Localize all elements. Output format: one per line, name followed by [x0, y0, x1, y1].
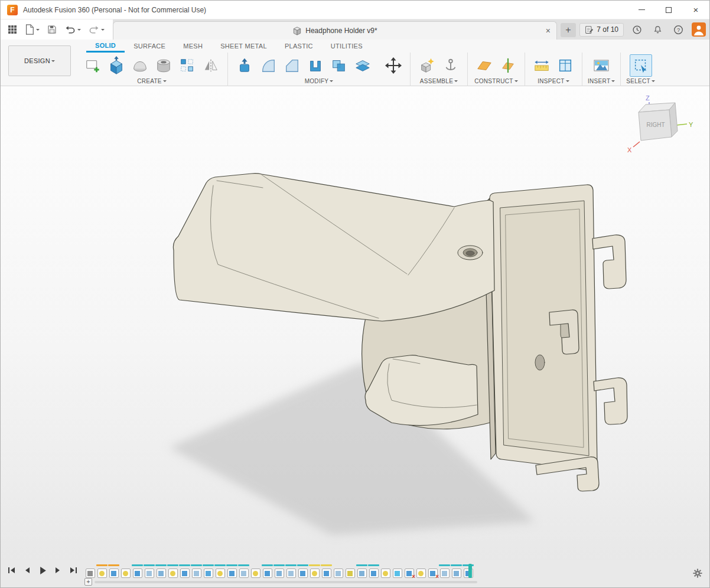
- move-copy-button[interactable]: [382, 54, 405, 77]
- timeline-feature-chamfer[interactable]: [155, 564, 167, 579]
- timeline-feature-fillet[interactable]: [285, 564, 297, 579]
- modify-group-dropdown[interactable]: MODIFY: [305, 78, 334, 84]
- timeline-feature-chamfer[interactable]: [273, 564, 285, 579]
- timeline-feature-sketch[interactable]: [309, 564, 320, 579]
- combine-button[interactable]: [328, 54, 350, 77]
- timeline-feature-extrude[interactable]: [368, 564, 379, 579]
- timeline-feature-mirror[interactable]: [392, 564, 403, 579]
- timeline-play-button[interactable]: [37, 565, 48, 576]
- chamfer-button[interactable]: [281, 54, 303, 77]
- axis-z-label[interactable]: Z: [646, 94, 650, 102]
- save-button[interactable]: [44, 22, 60, 37]
- document-tab[interactable]: Headphone Holder v9* ×: [113, 21, 557, 40]
- timeline-feature-sketch[interactable]: [380, 564, 391, 579]
- timeline-feature-extrude[interactable]: [179, 564, 190, 579]
- timeline-feature-sketch[interactable]: [214, 564, 226, 579]
- construct-group-dropdown[interactable]: CONSTRUCT: [474, 78, 517, 84]
- minimize-button[interactable]: [628, 1, 655, 19]
- mirror-button[interactable]: [200, 54, 222, 77]
- timeline-feature-extrude[interactable]: [262, 564, 273, 579]
- job-status-button[interactable]: 7 of 10: [579, 23, 624, 37]
- inspect-group-dropdown[interactable]: INSPECT: [538, 78, 569, 84]
- offset-face-button[interactable]: [351, 54, 374, 77]
- extrude-button[interactable]: [105, 54, 128, 77]
- tab-mesh[interactable]: MESH: [174, 40, 211, 53]
- maximize-button[interactable]: [655, 1, 682, 19]
- construction-plane-button[interactable]: [473, 54, 496, 77]
- timeline-step-back-button[interactable]: [22, 565, 32, 576]
- timeline-feature-hole[interactable]: [344, 564, 356, 579]
- fillet-button[interactable]: [257, 54, 279, 77]
- shell-button[interactable]: [304, 54, 327, 77]
- timeline-feature-extrude[interactable]: [321, 564, 332, 579]
- revolve-button[interactable]: [129, 54, 151, 77]
- undo-button[interactable]: [62, 22, 83, 37]
- timeline-feature-fillet[interactable]: [191, 564, 202, 579]
- tab-solid[interactable]: SOLID: [86, 40, 125, 53]
- timeline-feature-combine[interactable]: ×: [403, 564, 415, 579]
- select-button[interactable]: [630, 54, 652, 77]
- timeline-expand-button[interactable]: +: [84, 578, 92, 586]
- timeline-feature-extrude[interactable]: ×: [427, 564, 438, 579]
- timeline-feature-fillet[interactable]: [439, 564, 450, 579]
- pattern-button[interactable]: [176, 54, 198, 77]
- timeline-feature-extrude[interactable]: [297, 564, 308, 579]
- timeline-feature-extrude[interactable]: [132, 564, 143, 579]
- timeline-feature-sketch[interactable]: [96, 564, 108, 579]
- timeline-position-marker[interactable]: [468, 564, 472, 578]
- timeline-settings-button[interactable]: [692, 567, 704, 582]
- help-button[interactable]: ?: [671, 22, 686, 37]
- select-group-dropdown[interactable]: SELECT: [626, 78, 655, 84]
- assemble-group-dropdown[interactable]: ASSEMBLE: [420, 78, 458, 84]
- headphone-holder-model[interactable]: [1, 86, 709, 561]
- timeline-feature-chamfer[interactable]: [356, 564, 367, 579]
- workspace-switcher[interactable]: DESIGN: [8, 45, 71, 76]
- axis-x-label[interactable]: X: [627, 146, 632, 153]
- create-group-dropdown[interactable]: CREATE: [137, 78, 167, 84]
- timeline-step-forward-button[interactable]: [53, 565, 63, 576]
- timeline-feature-sketch[interactable]: [415, 564, 426, 579]
- history-button[interactable]: [630, 22, 644, 37]
- new-component-button[interactable]: [416, 54, 438, 77]
- tab-close-icon[interactable]: ×: [546, 26, 551, 35]
- timeline-feature-sketch[interactable]: [167, 564, 178, 579]
- timeline-skip-end-button[interactable]: [68, 565, 79, 576]
- construction-axis-button[interactable]: [497, 54, 519, 77]
- notifications-button[interactable]: [650, 22, 665, 37]
- timeline-scrollbar[interactable]: [95, 581, 477, 583]
- measure-button[interactable]: [530, 54, 553, 77]
- new-tab-button[interactable]: +: [561, 23, 576, 37]
- timeline-feature-shell[interactable]: [203, 564, 214, 579]
- timeline-feature-fillet[interactable]: [333, 564, 344, 579]
- tab-utilities[interactable]: UTILITIES: [322, 40, 372, 53]
- timeline-skip-start-button[interactable]: [6, 565, 17, 576]
- model-viewport[interactable]: Y X Z RIGHT: [1, 86, 709, 561]
- insert-group-dropdown[interactable]: INSERT: [588, 78, 615, 84]
- viewcube-face-label[interactable]: RIGHT: [646, 122, 665, 128]
- timeline-feature-fillet[interactable]: [238, 564, 249, 579]
- section-analysis-button[interactable]: [554, 54, 577, 77]
- app-grid-button[interactable]: [5, 22, 19, 37]
- play-icon: [38, 566, 47, 575]
- timeline-feature-sketch[interactable]: [250, 564, 261, 579]
- user-avatar[interactable]: [692, 22, 706, 37]
- axis-y-label[interactable]: Y: [689, 121, 693, 128]
- insert-canvas-button[interactable]: [590, 54, 613, 77]
- create-sketch-button[interactable]: [82, 54, 104, 77]
- joint-button[interactable]: [439, 54, 462, 77]
- press-pull-button[interactable]: [233, 54, 256, 77]
- close-button[interactable]: ×: [682, 1, 709, 19]
- timeline-feature-fillet[interactable]: [144, 564, 155, 579]
- timeline-feature-sketch[interactable]: [120, 564, 131, 579]
- viewcube[interactable]: Y X Z RIGHT: [626, 94, 696, 153]
- timeline-feature-extrude[interactable]: [226, 564, 237, 579]
- file-menu-button[interactable]: [22, 22, 42, 37]
- timeline-feature-chamfer[interactable]: [451, 564, 462, 579]
- timeline-feature-origin[interactable]: [84, 564, 96, 579]
- hole-button[interactable]: [152, 54, 175, 77]
- redo-button[interactable]: [86, 22, 107, 37]
- tab-sheet-metal[interactable]: SHEET METAL: [211, 40, 276, 53]
- tab-surface[interactable]: SURFACE: [125, 40, 174, 53]
- tab-plastic[interactable]: PLASTIC: [276, 40, 322, 53]
- timeline-feature-extrude[interactable]: [108, 564, 119, 579]
